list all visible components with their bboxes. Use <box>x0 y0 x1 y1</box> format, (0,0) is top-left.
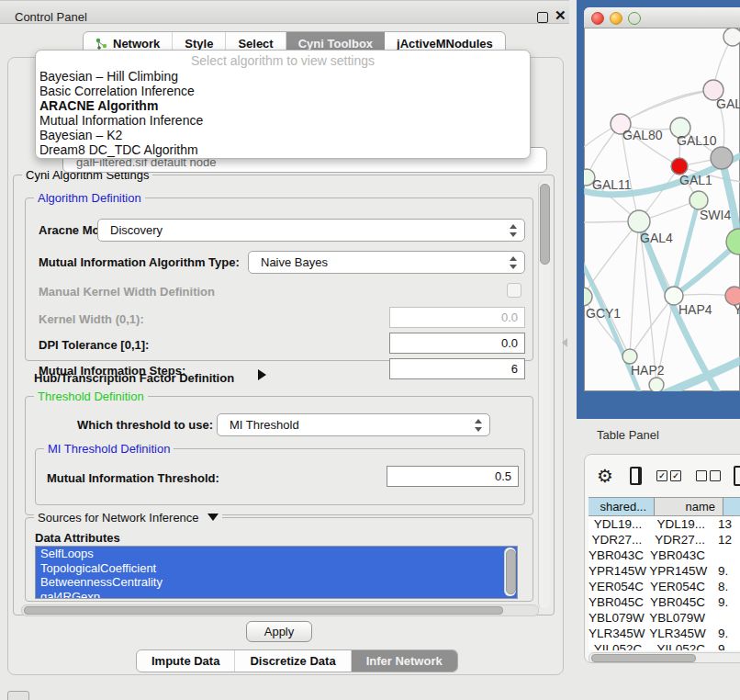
minimize-traffic-light[interactable] <box>610 12 622 25</box>
algorithm-option-bayesian-hill-climbing[interactable]: Bayesian – Hill Climbing <box>36 69 530 84</box>
close-traffic-light[interactable] <box>591 12 604 25</box>
table-cell: 13 <box>712 516 740 532</box>
network-window[interactable]: GAL2GAL80GAL10GAL1GAL11SWI4GAL4GCY1HAP4Y… <box>584 7 740 391</box>
column-header-name[interactable]: name <box>655 498 723 515</box>
mi-algorithm-type-combo[interactable]: Naive Bayes <box>248 251 525 274</box>
screen: { "colors": { "desktop_blue": "#3e6ba6",… <box>0 0 740 700</box>
table-row[interactable]: YER054CYER054C8. <box>589 579 740 594</box>
table-cell: YBR043C <box>589 548 649 563</box>
algorithm-option-mutual-information-inference[interactable]: Mutual Information Inference <box>36 113 530 128</box>
mi-threshold-definition-group: MI Threshold Definition Mutual Informati… <box>35 448 525 505</box>
export-table-icon[interactable] <box>734 466 740 486</box>
network-node-hap2[interactable] <box>622 349 637 364</box>
which-threshold-value: MI Threshold <box>218 418 299 432</box>
table-cell: YPR145W <box>589 563 649 579</box>
zoom-traffic-light[interactable] <box>628 12 641 25</box>
aracne-mode-combo[interactable]: Discovery <box>97 219 525 242</box>
settings-horizontal-scrollbar[interactable] <box>21 604 539 616</box>
kernel-width-input[interactable] <box>389 307 525 328</box>
network-node[interactable] <box>711 147 733 169</box>
table-cell: YDR27... <box>649 532 712 548</box>
tab-discretize-data[interactable]: Discretize Data <box>235 650 351 672</box>
table-row[interactable]: YDL19...YDL19...13 <box>589 516 740 532</box>
settings-horizontal-scrollbar-thumb[interactable] <box>24 606 503 615</box>
dpi-tolerance-input[interactable] <box>389 333 525 354</box>
node-label-gal2: GAL2 <box>716 96 740 111</box>
network-node-gcy1[interactable] <box>584 288 592 306</box>
table-row[interactable]: YIL052CYIL052C9. <box>589 641 740 650</box>
tab-impute-data[interactable]: Impute Data <box>137 650 235 672</box>
table-horizontal-scrollbar-thumb[interactable] <box>591 654 696 662</box>
close-icon[interactable]: ✕ <box>555 7 566 24</box>
node-label-gal1: GAL1 <box>679 173 712 187</box>
tab-infer-network[interactable]: Infer Network <box>352 650 457 672</box>
node-label-hap4: HAP4 <box>678 302 712 317</box>
attribute-item-betweennesscentrality[interactable]: BetweennessCentrality <box>36 575 517 590</box>
table-cell <box>712 548 740 563</box>
network-node-swi4[interactable] <box>690 191 708 209</box>
deselect-all-columns-icon[interactable] <box>696 470 721 481</box>
mutual-information-threshold-label: Mutual Information Threshold: <box>47 471 219 485</box>
table-cell: YDL19... <box>589 516 649 532</box>
threshold-definition-group: Threshold Definition Which threshold to … <box>25 396 533 515</box>
which-threshold-label: Which threshold to use: <box>77 418 213 432</box>
algorithm-option-basic-correlation-inference[interactable]: Basic Correlation Inference <box>36 84 530 98</box>
table-horizontal-scrollbar[interactable] <box>589 652 740 663</box>
table-cell: YDL19... <box>649 516 712 532</box>
sources-group: Sources for Network Inference Data Attri… <box>25 517 533 602</box>
node-label-y: Y <box>734 302 740 317</box>
manual-kernel-width-checkbox[interactable] <box>507 283 521 298</box>
float-window-icon[interactable] <box>537 12 548 23</box>
settings-vertical-scrollbar-thumb[interactable] <box>540 184 550 265</box>
table-cell <box>712 610 740 626</box>
attribute-item-gal4rgexp[interactable]: gal4RGexp <box>36 590 517 600</box>
table-row[interactable]: YLR345WYLR345W9. <box>589 626 740 641</box>
network-window-titlebar[interactable] <box>584 7 740 28</box>
data-attributes-list[interactable]: SelfLoopsTopologicalCoefficientBetweenne… <box>35 546 518 599</box>
cyni-algorithm-settings-group: Cyni Algorithm Settings Algorithm Defini… <box>13 175 555 615</box>
gear-icon[interactable]: ⚙ <box>597 467 613 485</box>
apply-button[interactable]: Apply <box>246 621 312 642</box>
algorithm-definition-legend: Algorithm Definition <box>34 191 145 205</box>
table-cell: YBL079W <box>589 610 649 626</box>
table-row[interactable]: YBR045CYBR045C9. <box>589 594 740 610</box>
table-body: YDL19...YDL19...13YDR27...YDR27...12YBR0… <box>589 516 740 650</box>
mutual-information-threshold-input[interactable] <box>387 466 519 487</box>
table-cell: YLR345W <box>649 626 712 641</box>
attributes-list-scrollbar[interactable] <box>504 548 516 596</box>
hub-expand-arrow-icon[interactable] <box>258 369 266 380</box>
node-label-gal10: GAL10 <box>677 133 717 148</box>
column-header-col2[interactable] <box>723 498 740 515</box>
mi-steps-input[interactable] <box>389 358 525 379</box>
column-header-shared[interactable]: shared... <box>589 498 655 515</box>
table-toolbar: ⚙ ✓✓ <box>585 460 740 491</box>
hub-definition-label: Hub/Transcription Factor Definition <box>34 371 234 385</box>
algorithm-option-dream8-dc-tdc-algorithm[interactable]: Dream8 DC_TDC Algorithm <box>36 142 530 157</box>
table-row[interactable]: YBR043CYBR043C <box>589 548 740 563</box>
table-row[interactable]: YBL079WYBL079W <box>589 610 740 626</box>
attribute-item-topologicalcoefficient[interactable]: TopologicalCoefficient <box>36 561 517 576</box>
mi-algorithm-type-value: Naive Bayes <box>249 255 328 269</box>
network-node[interactable] <box>723 28 740 46</box>
which-threshold-combo[interactable]: MI Threshold <box>217 413 490 436</box>
network-node-gal4[interactable] <box>628 210 650 232</box>
network-node[interactable] <box>649 378 664 391</box>
combo-spinner-icon <box>509 223 517 238</box>
sources-collapse-arrow-icon[interactable] <box>207 514 219 521</box>
algorithm-option-bayesian-k2[interactable]: Bayesian – K2 <box>36 128 530 142</box>
settings-vertical-scrollbar[interactable] <box>538 181 550 609</box>
network-canvas[interactable]: GAL2GAL80GAL10GAL1GAL11SWI4GAL4GCY1HAP4Y… <box>584 28 740 391</box>
table-row[interactable]: YDR27...YDR27...12 <box>589 532 740 548</box>
attributes-list-scrollbar-thumb[interactable] <box>506 549 516 594</box>
table-cell: YBR045C <box>649 594 712 610</box>
table-row[interactable]: YPR145WYPR145W9. <box>589 563 740 579</box>
splitter-collapse-arrow[interactable] <box>562 338 567 347</box>
node-label-gal11: GAL11 <box>592 177 632 192</box>
algorithm-option-aracne-algorithm[interactable]: ARACNE Algorithm <box>36 98 530 113</box>
tab-label: Cyni Toolbox <box>298 37 373 51</box>
attribute-item-selfloops[interactable]: SelfLoops <box>36 547 517 561</box>
collapsed-panel-handle[interactable] <box>7 691 29 700</box>
tab-label: Style <box>185 37 213 51</box>
split-columns-icon[interactable] <box>630 467 642 485</box>
select-all-columns-icon[interactable]: ✓✓ <box>656 470 681 481</box>
